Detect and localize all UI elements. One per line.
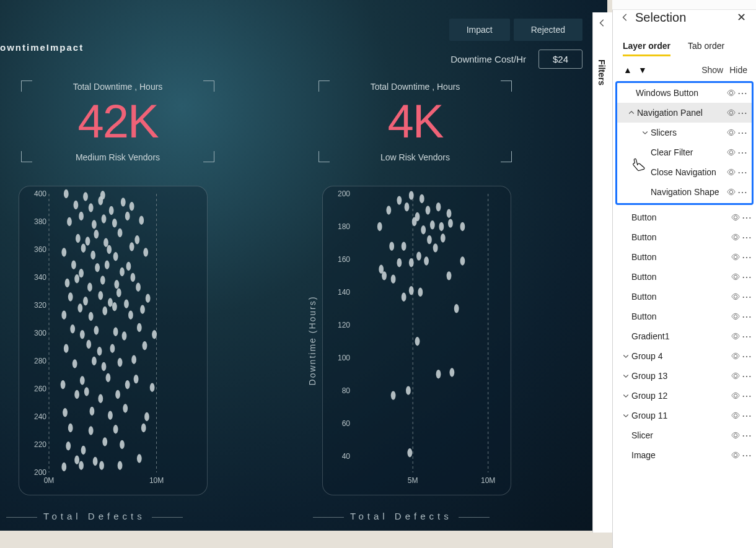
tree-row[interactable]: Button⋯	[613, 267, 756, 287]
chevron-down-icon[interactable]	[620, 392, 631, 399]
chevron-down-icon[interactable]	[620, 372, 631, 380]
y-tick: 320	[34, 301, 46, 310]
tab-tab-order[interactable]: Tab order	[688, 41, 724, 56]
expand-filters-icon[interactable]	[597, 17, 608, 28]
visibility-toggle-icon[interactable]	[730, 232, 741, 243]
tree-row[interactable]: Close Navigation⋯	[617, 162, 752, 182]
visibility-toggle-icon[interactable]	[726, 186, 737, 198]
visibility-toggle-icon[interactable]	[730, 430, 741, 441]
chevron-down-icon[interactable]	[640, 129, 651, 136]
tree-row[interactable]: Image⋯	[613, 445, 756, 465]
tab-rejected[interactable]: Rejected	[514, 19, 582, 41]
x-tick: 5M	[408, 476, 418, 485]
visibility-toggle-icon[interactable]	[726, 147, 737, 158]
svg-point-136	[448, 219, 453, 227]
chevron-down-icon[interactable]	[620, 352, 631, 360]
visibility-toggle-icon[interactable]	[730, 251, 741, 263]
cost-value-input[interactable]: $24	[538, 50, 582, 69]
visibility-toggle-icon[interactable]	[730, 291, 741, 302]
svg-point-124	[424, 256, 429, 265]
tree-row[interactable]: Button⋯	[613, 247, 756, 267]
visibility-toggle-icon[interactable]	[730, 331, 741, 342]
svg-point-68	[130, 273, 135, 282]
svg-point-89	[67, 217, 72, 226]
svg-point-101	[130, 202, 134, 211]
more-options-icon[interactable]: ⋯	[741, 212, 752, 224]
more-options-icon[interactable]: ⋯	[741, 251, 752, 263]
visibility-toggle-icon[interactable]	[726, 107, 737, 118]
svg-point-30	[134, 375, 139, 383]
tree-row[interactable]: Navigation Panel⋯	[617, 103, 752, 123]
more-options-icon[interactable]: ⋯	[737, 87, 748, 99]
more-options-icon[interactable]: ⋯	[737, 186, 748, 198]
more-options-icon[interactable]: ⋯	[737, 107, 748, 119]
more-options-icon[interactable]: ⋯	[741, 271, 752, 283]
close-icon[interactable]: ✕	[735, 11, 747, 24]
tree-row[interactable]: Group 11⋯	[613, 406, 756, 425]
visibility-toggle-icon[interactable]	[726, 167, 737, 178]
report-canvas: owntimeImpact Impact Rejected Downtime C…	[0, 0, 607, 531]
visibility-toggle-icon[interactable]	[730, 450, 741, 461]
tree-row[interactable]: Gradient1⋯	[613, 326, 756, 346]
svg-point-92	[102, 214, 107, 223]
tree-row[interactable]: Navigation Shape⋯	[617, 182, 752, 202]
move-down-icon[interactable]: ▼	[638, 65, 648, 75]
tree-item-label: Group 11	[631, 411, 730, 420]
svg-point-95	[139, 216, 144, 225]
more-options-icon[interactable]: ⋯	[741, 390, 752, 402]
more-options-icon[interactable]: ⋯	[737, 147, 748, 159]
svg-point-40	[110, 344, 115, 353]
more-options-icon[interactable]: ⋯	[741, 450, 752, 461]
visibility-toggle-icon[interactable]	[730, 350, 741, 362]
tree-row[interactable]: Button⋯	[613, 207, 756, 227]
more-options-icon[interactable]: ⋯	[741, 350, 752, 362]
tree-row[interactable]: Slicers⋯	[617, 123, 752, 142]
visibility-toggle-icon[interactable]	[730, 410, 741, 421]
visibility-toggle-icon[interactable]	[730, 271, 741, 282]
tree-row[interactable]: Clear Filter⋯	[617, 142, 752, 162]
visibility-toggle-icon[interactable]	[730, 370, 741, 381]
more-options-icon[interactable]: ⋯	[741, 370, 752, 382]
tree-row[interactable]: Button⋯	[613, 227, 756, 247]
selection-collapse-icon[interactable]	[618, 10, 633, 25]
kpi-card-low[interactable]: Total Downtime , Hours 4K Low Risk Vendo…	[316, 80, 514, 162]
visibility-toggle-icon[interactable]	[730, 390, 741, 401]
tree-row[interactable]: Group 4⋯	[613, 346, 756, 366]
visibility-toggle-icon[interactable]	[730, 311, 741, 322]
visibility-toggle-icon[interactable]	[726, 87, 737, 98]
chevron-up-icon[interactable]	[626, 109, 637, 116]
tab-impact[interactable]: Impact	[449, 19, 510, 41]
tree-highlight-group: Windows Button⋯Navigation Panel⋯Slicers⋯…	[615, 81, 754, 205]
tree-row[interactable]: Slicer⋯	[613, 425, 756, 445]
move-up-icon[interactable]: ▲	[623, 65, 633, 75]
svg-point-3	[79, 461, 84, 470]
svg-point-86	[103, 238, 108, 247]
svg-point-112	[415, 337, 420, 346]
scatter-chart-medium[interactable]: 200220240260280300320340360380400 0M10M	[19, 186, 208, 495]
more-options-icon[interactable]: ⋯	[741, 291, 752, 303]
more-options-icon[interactable]: ⋯	[737, 167, 748, 178]
more-options-icon[interactable]: ⋯	[737, 127, 748, 139]
visibility-toggle-icon[interactable]	[726, 127, 737, 138]
more-options-icon[interactable]: ⋯	[741, 232, 752, 243]
tree-row[interactable]: Windows Button⋯	[617, 83, 752, 103]
tab-layer-order[interactable]: Layer order	[623, 41, 670, 56]
hide-all-button[interactable]: Hide	[729, 65, 747, 75]
more-options-icon[interactable]: ⋯	[741, 331, 752, 342]
more-options-icon[interactable]: ⋯	[741, 410, 752, 422]
tree-row[interactable]: Group 12⋯	[613, 386, 756, 406]
chevron-down-icon[interactable]	[620, 412, 631, 419]
svg-point-32	[73, 359, 77, 368]
more-options-icon[interactable]: ⋯	[741, 311, 752, 323]
svg-point-88	[134, 235, 139, 244]
visibility-toggle-icon[interactable]	[730, 212, 741, 223]
show-all-button[interactable]: Show	[701, 65, 723, 75]
tree-row[interactable]: Button⋯	[613, 307, 756, 326]
y-tick: 60	[342, 419, 350, 428]
tree-row[interactable]: Group 13⋯	[613, 366, 756, 386]
tree-row[interactable]: Button⋯	[613, 287, 756, 307]
scatter-chart-low[interactable]: 406080100120140160180200 5M10M	[322, 186, 511, 495]
filters-pane-collapsed[interactable]: Filters	[592, 12, 612, 533]
more-options-icon[interactable]: ⋯	[741, 430, 752, 441]
kpi-card-medium[interactable]: Total Downtime , Hours 42K Medium Risk V…	[19, 80, 217, 162]
